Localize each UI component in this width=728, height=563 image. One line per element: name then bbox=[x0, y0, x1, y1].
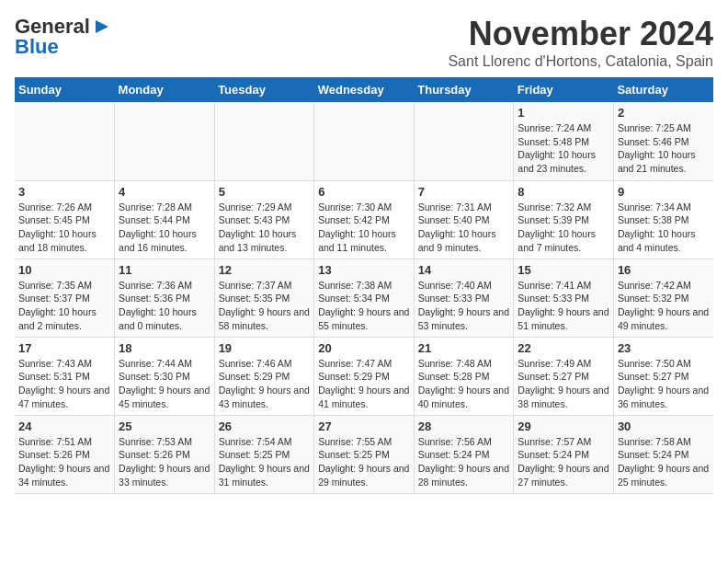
calendar-cell: 24Sunrise: 7:51 AM Sunset: 5:26 PM Dayli… bbox=[15, 415, 115, 493]
calendar-cell: 30Sunrise: 7:58 AM Sunset: 5:24 PM Dayli… bbox=[613, 415, 713, 493]
day-info: Sunrise: 7:53 AM Sunset: 5:26 PM Dayligh… bbox=[119, 435, 210, 489]
day-number: 4 bbox=[119, 185, 210, 199]
svg-marker-0 bbox=[96, 20, 108, 33]
day-info: Sunrise: 7:47 AM Sunset: 5:29 PM Dayligh… bbox=[318, 357, 410, 411]
calendar-cell: 23Sunrise: 7:50 AM Sunset: 5:27 PM Dayli… bbox=[613, 337, 713, 415]
calendar-cell: 13Sunrise: 7:38 AM Sunset: 5:34 PM Dayli… bbox=[314, 259, 415, 337]
day-number: 20 bbox=[318, 341, 410, 355]
calendar-header-saturday: Saturday bbox=[613, 77, 713, 102]
calendar-week-row: 24Sunrise: 7:51 AM Sunset: 5:26 PM Dayli… bbox=[15, 415, 713, 493]
calendar-cell: 10Sunrise: 7:35 AM Sunset: 5:37 PM Dayli… bbox=[15, 259, 115, 337]
day-number: 12 bbox=[219, 263, 311, 277]
day-info: Sunrise: 7:41 AM Sunset: 5:33 PM Dayligh… bbox=[518, 279, 609, 333]
calendar-table: SundayMondayTuesdayWednesdayThursdayFrid… bbox=[15, 77, 713, 494]
logo: General Blue bbox=[15, 15, 112, 59]
calendar-cell bbox=[115, 102, 215, 180]
calendar-cell: 28Sunrise: 7:56 AM Sunset: 5:24 PM Dayli… bbox=[414, 415, 514, 493]
calendar-cell: 27Sunrise: 7:55 AM Sunset: 5:25 PM Dayli… bbox=[314, 415, 415, 493]
logo-arrow-icon bbox=[92, 17, 112, 37]
day-info: Sunrise: 7:50 AM Sunset: 5:27 PM Dayligh… bbox=[618, 357, 710, 411]
day-number: 1 bbox=[518, 106, 609, 120]
calendar-cell: 6Sunrise: 7:30 AM Sunset: 5:42 PM Daylig… bbox=[314, 180, 415, 259]
calendar-cell: 15Sunrise: 7:41 AM Sunset: 5:33 PM Dayli… bbox=[514, 259, 614, 337]
location-subtitle: Sant Llorenc d'Hortons, Catalonia, Spain bbox=[448, 53, 713, 70]
day-info: Sunrise: 7:34 AM Sunset: 5:38 PM Dayligh… bbox=[618, 201, 710, 255]
day-info: Sunrise: 7:24 AM Sunset: 5:48 PM Dayligh… bbox=[518, 121, 609, 176]
day-number: 3 bbox=[18, 185, 110, 199]
calendar-cell: 12Sunrise: 7:37 AM Sunset: 5:35 PM Dayli… bbox=[214, 259, 314, 337]
day-number: 10 bbox=[18, 263, 110, 277]
calendar-cell: 18Sunrise: 7:44 AM Sunset: 5:30 PM Dayli… bbox=[115, 337, 215, 415]
calendar-week-row: 3Sunrise: 7:26 AM Sunset: 5:45 PM Daylig… bbox=[15, 180, 713, 259]
calendar-cell: 22Sunrise: 7:49 AM Sunset: 5:27 PM Dayli… bbox=[514, 337, 614, 415]
day-number: 2 bbox=[618, 106, 710, 120]
calendar-cell: 1Sunrise: 7:24 AM Sunset: 5:48 PM Daylig… bbox=[514, 102, 614, 180]
calendar-cell bbox=[314, 102, 415, 180]
calendar-cell: 25Sunrise: 7:53 AM Sunset: 5:26 PM Dayli… bbox=[115, 415, 215, 493]
day-info: Sunrise: 7:43 AM Sunset: 5:31 PM Dayligh… bbox=[18, 357, 110, 411]
day-info: Sunrise: 7:25 AM Sunset: 5:46 PM Dayligh… bbox=[618, 121, 710, 176]
calendar-header-friday: Friday bbox=[514, 77, 614, 102]
calendar-cell: 7Sunrise: 7:31 AM Sunset: 5:40 PM Daylig… bbox=[414, 180, 514, 259]
day-info: Sunrise: 7:49 AM Sunset: 5:27 PM Dayligh… bbox=[518, 357, 609, 411]
day-info: Sunrise: 7:37 AM Sunset: 5:35 PM Dayligh… bbox=[219, 279, 311, 333]
day-number: 26 bbox=[219, 419, 311, 433]
calendar-week-row: 10Sunrise: 7:35 AM Sunset: 5:37 PM Dayli… bbox=[15, 259, 713, 337]
day-number: 27 bbox=[318, 419, 410, 433]
day-number: 29 bbox=[518, 419, 609, 433]
calendar-cell: 21Sunrise: 7:48 AM Sunset: 5:28 PM Dayli… bbox=[414, 337, 514, 415]
day-info: Sunrise: 7:58 AM Sunset: 5:24 PM Dayligh… bbox=[618, 435, 710, 489]
day-info: Sunrise: 7:32 AM Sunset: 5:39 PM Dayligh… bbox=[518, 201, 609, 255]
day-info: Sunrise: 7:42 AM Sunset: 5:32 PM Dayligh… bbox=[618, 279, 710, 333]
calendar-cell: 29Sunrise: 7:57 AM Sunset: 5:24 PM Dayli… bbox=[514, 415, 614, 493]
calendar-header-tuesday: Tuesday bbox=[214, 77, 314, 102]
calendar-header-sunday: Sunday bbox=[15, 77, 115, 102]
day-info: Sunrise: 7:56 AM Sunset: 5:24 PM Dayligh… bbox=[418, 435, 510, 489]
day-number: 23 bbox=[618, 341, 710, 355]
calendar-cell: 17Sunrise: 7:43 AM Sunset: 5:31 PM Dayli… bbox=[15, 337, 115, 415]
day-info: Sunrise: 7:55 AM Sunset: 5:25 PM Dayligh… bbox=[318, 435, 410, 489]
calendar-cell bbox=[15, 102, 115, 180]
day-info: Sunrise: 7:29 AM Sunset: 5:43 PM Dayligh… bbox=[219, 201, 311, 255]
day-number: 9 bbox=[618, 185, 710, 199]
day-number: 8 bbox=[518, 185, 609, 199]
day-info: Sunrise: 7:35 AM Sunset: 5:37 PM Dayligh… bbox=[18, 279, 110, 333]
day-info: Sunrise: 7:31 AM Sunset: 5:40 PM Dayligh… bbox=[418, 201, 510, 255]
calendar-cell: 2Sunrise: 7:25 AM Sunset: 5:46 PM Daylig… bbox=[613, 102, 713, 180]
day-info: Sunrise: 7:30 AM Sunset: 5:42 PM Dayligh… bbox=[318, 201, 410, 255]
calendar-cell bbox=[414, 102, 514, 180]
calendar-week-row: 1Sunrise: 7:24 AM Sunset: 5:48 PM Daylig… bbox=[15, 102, 713, 180]
day-number: 5 bbox=[219, 185, 311, 199]
calendar-header: SundayMondayTuesdayWednesdayThursdayFrid… bbox=[15, 77, 713, 102]
calendar-week-row: 17Sunrise: 7:43 AM Sunset: 5:31 PM Dayli… bbox=[15, 337, 713, 415]
day-number: 19 bbox=[219, 341, 311, 355]
calendar-cell: 26Sunrise: 7:54 AM Sunset: 5:25 PM Dayli… bbox=[214, 415, 314, 493]
day-number: 21 bbox=[418, 341, 510, 355]
month-title: November 2024 bbox=[448, 15, 713, 53]
day-info: Sunrise: 7:51 AM Sunset: 5:26 PM Dayligh… bbox=[18, 435, 110, 489]
calendar-cell: 8Sunrise: 7:32 AM Sunset: 5:39 PM Daylig… bbox=[514, 180, 614, 259]
calendar-cell: 9Sunrise: 7:34 AM Sunset: 5:38 PM Daylig… bbox=[613, 180, 713, 259]
day-info: Sunrise: 7:48 AM Sunset: 5:28 PM Dayligh… bbox=[418, 357, 510, 411]
day-number: 25 bbox=[119, 419, 210, 433]
calendar-cell: 19Sunrise: 7:46 AM Sunset: 5:29 PM Dayli… bbox=[214, 337, 314, 415]
calendar-header-thursday: Thursday bbox=[414, 77, 514, 102]
calendar-cell: 5Sunrise: 7:29 AM Sunset: 5:43 PM Daylig… bbox=[214, 180, 314, 259]
calendar-header-wednesday: Wednesday bbox=[314, 77, 415, 102]
day-info: Sunrise: 7:57 AM Sunset: 5:24 PM Dayligh… bbox=[518, 435, 609, 489]
day-number: 14 bbox=[418, 263, 510, 277]
day-number: 16 bbox=[618, 263, 710, 277]
day-number: 28 bbox=[418, 419, 510, 433]
day-number: 30 bbox=[618, 419, 710, 433]
day-info: Sunrise: 7:28 AM Sunset: 5:44 PM Dayligh… bbox=[119, 201, 210, 255]
day-info: Sunrise: 7:40 AM Sunset: 5:33 PM Dayligh… bbox=[418, 279, 510, 333]
day-number: 13 bbox=[318, 263, 410, 277]
calendar-cell: 3Sunrise: 7:26 AM Sunset: 5:45 PM Daylig… bbox=[15, 180, 115, 259]
day-number: 11 bbox=[119, 263, 210, 277]
calendar-cell: 16Sunrise: 7:42 AM Sunset: 5:32 PM Dayli… bbox=[613, 259, 713, 337]
logo-blue-text: Blue bbox=[15, 35, 59, 59]
day-number: 22 bbox=[518, 341, 609, 355]
day-info: Sunrise: 7:36 AM Sunset: 5:36 PM Dayligh… bbox=[119, 279, 210, 333]
calendar-header-monday: Monday bbox=[115, 77, 215, 102]
calendar-cell: 4Sunrise: 7:28 AM Sunset: 5:44 PM Daylig… bbox=[115, 180, 215, 259]
